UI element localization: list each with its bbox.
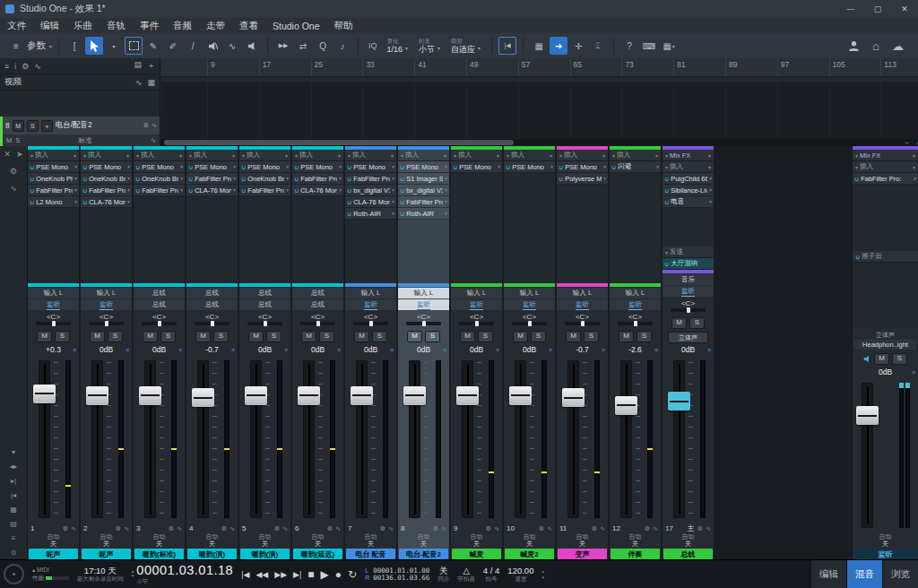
insert-slot[interactable]: ∪Sibilance-Liv:▾ (663, 185, 714, 196)
fader-handle[interactable] (856, 406, 879, 425)
insert-slot[interactable]: ∪ FabFilter Pro: ▾ (853, 173, 918, 185)
inserts-header[interactable]: ▾插入▾ (345, 150, 396, 161)
automation-mode[interactable]: 关 (103, 540, 109, 548)
insert-slot[interactable]: ∪FabFilter Pro:▾ (398, 196, 449, 208)
menu-item[interactable]: 走带 (199, 20, 232, 32)
insert-slot[interactable]: ∪PSE Mono▾ (345, 161, 396, 173)
fader-track[interactable] (620, 360, 632, 518)
insert-slot[interactable]: ∪PSE Mono▾ (186, 161, 238, 173)
mute-tool-button[interactable] (204, 37, 221, 55)
fader-handle[interactable] (615, 396, 637, 415)
channel-name[interactable]: 喊麦 (452, 549, 501, 559)
fader-track[interactable] (303, 360, 315, 518)
insert-slot[interactable]: ∪bx_digital V3:▾ (398, 185, 449, 196)
pan-handle[interactable] (316, 321, 320, 326)
insert-slot[interactable]: ∪Polyverse M:▾ (557, 173, 608, 185)
automation-icon[interactable]: ∿ (282, 525, 288, 532)
fader-handle[interactable] (33, 385, 56, 403)
automation-mode[interactable]: 关 (685, 540, 691, 548)
channel-strip[interactable]: ▾插入▾∪PSE Mono▾∪OneKnob Bri:▾∪FabFilter P… (134, 146, 185, 560)
channel-strip[interactable]: ▾插入▾∪PSE Mono▾∪FabFilter Pro:▾∪CLA-76 Mo… (292, 146, 343, 560)
menu-item[interactable]: 乐曲 (66, 20, 100, 32)
wrench-icon[interactable]: ⚙ (274, 525, 280, 532)
inserts-header[interactable]: ▾插入▾ (134, 150, 185, 161)
output-route[interactable]: 总线 (134, 299, 185, 310)
output-route[interactable]: 监听 (610, 299, 661, 310)
tempo-up-icon[interactable]: ▴ (541, 568, 544, 575)
output-route[interactable]: 监听 (81, 299, 132, 310)
track-mode-button[interactable]: ▦ (530, 37, 548, 55)
volume-value[interactable]: 0dB ≡ (853, 367, 918, 377)
insert-slot[interactable]: ∪CLA-76 Mono▾ (186, 185, 238, 196)
automation-icon[interactable]: ∿ (653, 525, 658, 532)
automation-mode[interactable]: 关 (262, 540, 268, 548)
loop-locators[interactable]: L00001.01.01.00 R00136.01.03.66 (365, 567, 429, 582)
channel-strip[interactable]: ▾插入▾∪PSE Mono▾∪OneKnob Bri:▾∪FabFilter P… (239, 146, 290, 560)
jog-knob[interactable] (4, 564, 24, 584)
pan-handle[interactable] (52, 321, 56, 326)
volume-value[interactable]: 0dB≡ (292, 344, 343, 355)
bracket-icon[interactable]: [ (65, 37, 83, 55)
mute-button[interactable]: M (671, 317, 687, 329)
sub-mute-label[interactable]: M (6, 136, 12, 144)
solo-button[interactable]: S (892, 353, 907, 365)
power-icon[interactable]: ∪ (559, 176, 563, 182)
stop-button[interactable]: ■ (307, 568, 314, 581)
inserts-header[interactable]: ▾插入▾ (292, 150, 343, 161)
detach-icon[interactable]: ➤ (16, 150, 23, 159)
insert-slot[interactable]: ∪PuigChild 66:▾ (663, 173, 714, 185)
params-button[interactable]: 参数▾ (27, 39, 52, 52)
inserts-header[interactable]: ▾插入▾ (504, 150, 555, 161)
pan-handle[interactable] (475, 321, 479, 326)
pan-slider[interactable] (512, 322, 547, 325)
channel-strip[interactable]: ▾插入▾∪PSE Mono▾∪S1 Imager St:▾∪bx_digital… (398, 146, 449, 560)
wrench-icon[interactable]: ⚙ (486, 525, 491, 532)
sends-header[interactable]: ▾发送 (663, 246, 714, 258)
fader-track[interactable] (144, 360, 156, 518)
volume-value[interactable]: 0dB≡ (345, 344, 396, 355)
pan-slider[interactable] (406, 322, 441, 325)
menu-item[interactable]: 帮助 (327, 20, 360, 32)
mute-button[interactable]: M (37, 331, 52, 342)
insert-slot[interactable]: ∪OneKnob Bri:▾ (134, 173, 185, 185)
wrench-icon[interactable]: ⚙ (327, 525, 333, 532)
pan-slider[interactable] (36, 322, 71, 325)
power-icon[interactable]: ∪ (30, 164, 34, 170)
loop-button[interactable]: ↻ (348, 568, 357, 581)
fader-track[interactable] (673, 360, 685, 518)
expand-down-icon[interactable]: ▾ (12, 448, 15, 456)
channel-strip[interactable]: ▾插入▾∪PSE Mono▾∪Polyverse M:▾输入 L监听<C>MS-… (557, 146, 608, 560)
insert-slot[interactable]: ∪CLA-76 Mono▾ (292, 185, 343, 196)
power-icon[interactable]: ∪ (664, 261, 669, 267)
channel-name[interactable]: 喔韵(延迟) (293, 549, 342, 559)
fader-handle[interactable] (86, 386, 108, 405)
pan-slider[interactable] (89, 322, 124, 325)
insert-slot[interactable]: ∪FabFilter Pro:▾ (345, 173, 396, 185)
snap-dropdown[interactable]: 吸附 自适应▾ (451, 38, 481, 54)
automation-mode[interactable]: 关 (526, 540, 533, 548)
pan-handle[interactable] (158, 321, 161, 326)
fader-handle[interactable] (192, 388, 214, 407)
volume-value[interactable]: 0dB≡ (239, 344, 290, 355)
inserts-header[interactable]: ▾插入▾ (398, 150, 449, 161)
position-display[interactable]: ▴▾ 00001.03.01.18 小节 (132, 564, 233, 584)
automation-icon[interactable]: ∿ (388, 525, 394, 532)
layout-grid-button[interactable]: ▦▾ (660, 37, 678, 55)
forward-button[interactable]: ▶▶ (274, 570, 287, 579)
pan-handle[interactable] (264, 321, 267, 326)
pan-handle[interactable] (687, 307, 690, 313)
volume-value[interactable]: -2.6≡ (610, 344, 661, 355)
insert-slot[interactable]: ∪PSE Mono▾ (239, 161, 290, 173)
power-icon[interactable]: ∪ (347, 164, 351, 170)
insert-slot[interactable]: ∪OneKnob Bri:▾ (239, 173, 290, 185)
power-icon[interactable]: ∪ (400, 199, 404, 205)
automation-icon[interactable]: ∿ (600, 525, 605, 532)
solo-button[interactable]: S (531, 331, 546, 342)
power-icon[interactable]: ∪ (559, 164, 563, 170)
mute-button[interactable]: M (407, 331, 422, 342)
output-route[interactable]: 监听 (663, 286, 714, 297)
wrench-icon[interactable]: ⚙ (539, 525, 544, 532)
channel-name[interactable]: 喊麦2 (505, 549, 554, 559)
wrench-icon[interactable]: ⚙ (221, 525, 227, 532)
volume-value[interactable]: 0dB≡ (81, 344, 132, 355)
